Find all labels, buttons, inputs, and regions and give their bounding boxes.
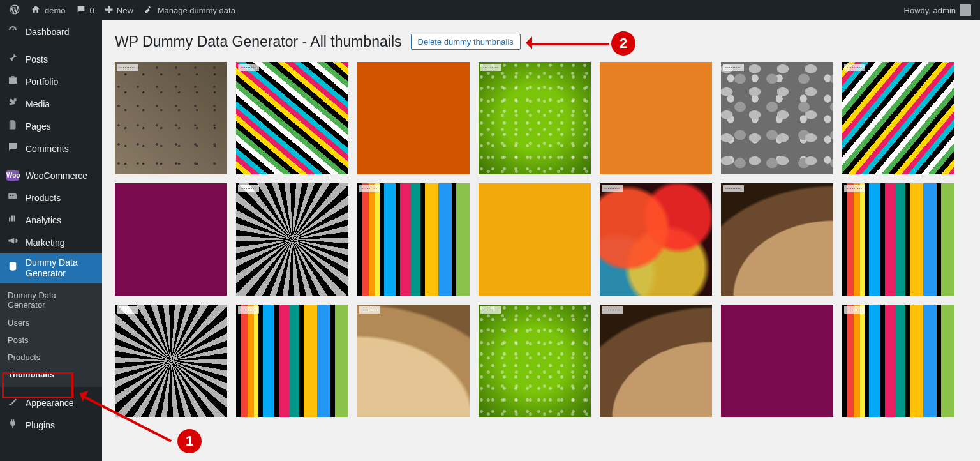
thumbnail[interactable]: ········· xyxy=(236,62,348,174)
analytics-icon xyxy=(6,213,19,227)
menu-label: Products xyxy=(26,193,61,203)
thumb-tag: ········· xyxy=(238,185,259,192)
admin-bar-right: Howdy, admin xyxy=(899,0,976,20)
avatar xyxy=(960,4,971,16)
submenu-dummy-data: Dummy Data Generator Users Posts Product… xyxy=(0,283,102,387)
thumbnail[interactable]: ········· xyxy=(842,183,954,296)
thumbnail[interactable]: ········· xyxy=(115,305,227,417)
thumb-tag: ········· xyxy=(602,185,623,192)
page-title: WP Dummy Data Generator - All thumbnails xyxy=(115,33,402,50)
admin-bar-left: demo 0 ✚ New Manage dummy data xyxy=(4,0,241,20)
home-icon xyxy=(31,4,41,17)
comments-link[interactable]: 0 xyxy=(71,0,100,20)
menu-dummy-data-generator[interactable]: Dummy Data Generator xyxy=(0,253,102,283)
annotation-arrow-2 xyxy=(530,43,609,45)
thumbnail[interactable]: ········· xyxy=(842,62,954,174)
plug-icon xyxy=(6,418,19,433)
annotation-arrowhead-2 xyxy=(519,36,532,49)
menu-dashboard[interactable]: Dashboard xyxy=(0,20,102,43)
page-header: WP Dummy Data Generator - All thumbnails… xyxy=(115,33,967,50)
new-link[interactable]: ✚ New xyxy=(100,0,138,20)
thumb-tag: ········· xyxy=(359,306,380,314)
thumbnail[interactable] xyxy=(600,62,712,174)
delete-thumbnails-button[interactable]: Delete dummy thumbnails xyxy=(411,34,521,50)
portfolio-icon xyxy=(6,74,19,89)
submenu-users[interactable]: Users xyxy=(0,314,102,331)
menu-label: Dashboard xyxy=(26,27,70,37)
thumbnail[interactable] xyxy=(479,183,591,296)
pages-icon xyxy=(6,119,19,133)
menu-label: Plugins xyxy=(26,420,55,430)
manage-dummy-label: Manage dummy data xyxy=(158,6,235,15)
plus-icon: ✚ xyxy=(105,5,113,15)
thumb-tag: ········· xyxy=(602,306,623,314)
hammer-icon xyxy=(144,4,154,17)
thumbnail[interactable]: ········· xyxy=(115,62,227,174)
menu-analytics[interactable]: Analytics xyxy=(0,209,102,231)
thumbnail-grid: ········· ········· ········· ········· … xyxy=(115,62,967,417)
annotation-box-1 xyxy=(2,372,73,398)
menu-label: Comments xyxy=(26,144,69,154)
thumb-tag: ········· xyxy=(480,306,501,314)
menu-marketing[interactable]: Marketing xyxy=(0,231,102,253)
manage-dummy-link[interactable]: Manage dummy data xyxy=(138,0,241,20)
comments-icon xyxy=(6,141,19,156)
thumbnail[interactable]: ········· xyxy=(600,183,712,296)
new-label: New xyxy=(117,6,133,15)
thumbnail[interactable] xyxy=(115,183,227,296)
pin-icon xyxy=(6,52,19,66)
thumbnail[interactable]: ········· xyxy=(357,183,470,296)
thumb-tag: ········· xyxy=(238,306,259,314)
menu-label: Dummy Data Generator xyxy=(26,257,102,279)
thumbnail[interactable]: ········· xyxy=(721,183,833,296)
menu-portfolio[interactable]: Portfolio xyxy=(0,70,102,93)
thumb-tag: ········· xyxy=(723,64,744,71)
thumbnail[interactable]: ········· xyxy=(479,62,591,174)
menu-label: Media xyxy=(26,99,50,109)
submenu-products[interactable]: Products xyxy=(0,349,102,366)
menu-products[interactable]: Products xyxy=(0,186,102,209)
menu-pages[interactable]: Pages xyxy=(0,115,102,137)
thumbnail[interactable]: ········· xyxy=(236,183,348,296)
thumb-tag: ········· xyxy=(117,64,138,71)
wordpress-icon xyxy=(9,4,20,17)
site-link[interactable]: demo xyxy=(26,0,71,20)
media-icon xyxy=(6,96,19,111)
howdy-link[interactable]: Howdy, admin xyxy=(899,0,976,20)
thumb-tag: ········· xyxy=(844,64,865,71)
thumbnail[interactable]: ········· xyxy=(600,305,712,417)
thumb-tag: ········· xyxy=(844,306,865,314)
site-name: demo xyxy=(45,6,66,15)
main-content: WP Dummy Data Generator - All thumbnails… xyxy=(102,20,980,461)
menu-plugins[interactable]: Plugins xyxy=(0,414,102,437)
dashboard-icon xyxy=(6,24,19,39)
menu-posts[interactable]: Posts xyxy=(0,48,102,70)
menu-label: Posts xyxy=(26,54,48,64)
menu-label: Appearance xyxy=(26,398,74,408)
menu-comments[interactable]: Comments xyxy=(0,137,102,160)
submenu-generator[interactable]: Dummy Data Generator xyxy=(0,287,102,314)
thumbnail[interactable]: ········· xyxy=(479,305,591,417)
database-icon xyxy=(6,261,19,276)
thumbnail[interactable] xyxy=(357,62,470,174)
thumbnail[interactable]: ········· xyxy=(721,62,833,174)
thumbnail[interactable] xyxy=(721,305,833,417)
admin-bar: demo 0 ✚ New Manage dummy data Howdy, ad… xyxy=(0,0,980,20)
menu-label: Pages xyxy=(26,121,51,132)
comment-count: 0 xyxy=(90,6,94,15)
products-icon xyxy=(6,190,19,205)
submenu-posts[interactable]: Posts xyxy=(0,331,102,349)
thumb-tag: ········· xyxy=(359,185,380,192)
woocommerce-icon: Woo xyxy=(6,170,19,181)
thumbnail[interactable]: ········· xyxy=(842,305,954,417)
menu-label: Portfolio xyxy=(26,77,58,87)
wp-logo[interactable] xyxy=(4,0,26,20)
menu-media[interactable]: Media xyxy=(0,93,102,115)
thumbnail[interactable]: ········· xyxy=(236,305,348,417)
menu-woocommerce[interactable]: Woo WooCommerce xyxy=(0,165,102,186)
thumb-tag: ········· xyxy=(480,64,501,71)
menu-label: Marketing xyxy=(26,238,64,248)
howdy-label: Howdy, admin xyxy=(904,6,956,15)
thumbnail[interactable]: ········· xyxy=(357,305,470,417)
thumb-tag: ········· xyxy=(117,306,138,314)
